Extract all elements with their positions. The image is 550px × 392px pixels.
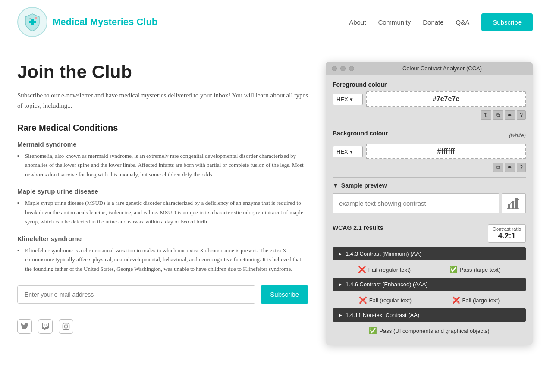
- wcag-nontext-result-label: Pass (UI components and graphical object…: [379, 328, 489, 334]
- contrast-ratio-label: Contrast ratio: [493, 226, 521, 232]
- nav-community[interactable]: Community: [378, 19, 411, 26]
- cca-title: Colour Contrast Analyser (CCA): [358, 65, 527, 72]
- background-format: HEX: [336, 148, 348, 155]
- foreground-dropdown-icon: ▾: [350, 96, 353, 103]
- foreground-eyedropper-btn[interactable]: ✒: [505, 110, 515, 120]
- svg-point-5: [64, 325, 68, 328]
- condition-klinefelter: Klinefelter syndrome Klinefelter syndrom…: [17, 235, 308, 273]
- divider-3: [333, 220, 526, 220]
- wcag-aa-regular-result: ❌ Fail (regular text): [358, 266, 411, 273]
- page-title: Join the Club: [17, 62, 308, 82]
- twitter-icon[interactable]: [17, 319, 32, 334]
- email-input[interactable]: [17, 285, 255, 304]
- wcag-aa-label: 1.4.3 Contrast (Minimum) (AA): [346, 251, 421, 257]
- background-color-row: HEX ▾: [333, 144, 526, 159]
- sample-preview-label: ▼ Sample preview: [333, 182, 526, 189]
- foreground-help-btn[interactable]: ?: [517, 110, 526, 120]
- foreground-format: HEX: [336, 96, 348, 103]
- divider-1: [333, 125, 526, 125]
- traffic-light-min[interactable]: [340, 66, 346, 71]
- wcag-nontext-arrow: ▶: [339, 313, 342, 317]
- sample-preview-row: example text showing contrast: [333, 193, 526, 213]
- wcag-item-aaa[interactable]: ▶ 1.4.6 Contrast (Enhanced) (AAA): [333, 278, 526, 291]
- wcag-aaa-label: 1.4.6 Contrast (Enhanced) (AAA): [346, 281, 428, 288]
- background-tools: ⧉ ✒ ?: [333, 163, 526, 172]
- contrast-ratio-value: 4.2:1: [493, 232, 521, 241]
- foreground-swap-btn[interactable]: ⇅: [481, 110, 491, 120]
- pass-icon-2: ✅: [369, 327, 377, 335]
- wcag-results-header: WCAG 2.1 results Contrast ratio 4.2:1: [333, 224, 526, 243]
- background-help-btn[interactable]: ?: [517, 163, 526, 172]
- left-column: Join the Club Subscribe to our e-newslet…: [17, 62, 308, 334]
- foreground-value-input[interactable]: [366, 91, 526, 107]
- wcag-item-aa[interactable]: ▶ 1.4.3 Contrast (Minimum) (AA): [333, 247, 526, 260]
- condition-title-2: Maple syrup urine disease: [17, 188, 308, 195]
- wcag-aaa-results: ❌ Fail (regular text) ❌ Fail (large text…: [333, 293, 526, 308]
- foreground-format-select[interactable]: HEX ▾: [333, 94, 363, 105]
- nav-qa[interactable]: Q&A: [456, 19, 470, 26]
- condition-desc-1: Sirenomelia, also known as mermaid syndr…: [17, 151, 308, 179]
- foreground-color-row: HEX ▾: [333, 91, 526, 107]
- intro-text: Subscribe to our e-newsletter and have m…: [17, 90, 308, 111]
- condition-title-3: Klinefelter syndrome: [17, 235, 308, 242]
- cca-panel-container: Colour Contrast Analyser (CCA) Foregroun…: [326, 62, 533, 345]
- wcag-aa-regular-label: Fail (regular text): [368, 267, 411, 273]
- background-format-select[interactable]: HEX ▾: [333, 146, 363, 157]
- wcag-nontext-results: ✅ Pass (UI components and graphical obje…: [333, 323, 526, 339]
- condition-mermaid: Mermaid syndrome Sirenomelia, also known…: [17, 141, 308, 179]
- svg-point-2: [35, 17, 37, 19]
- condition-desc-2: Maple syrup urine disease (MSUD) is a ra…: [17, 198, 308, 226]
- background-eyedropper-btn[interactable]: ✒: [505, 163, 515, 172]
- cca-panel: Colour Contrast Analyser (CCA) Foregroun…: [326, 62, 533, 345]
- cca-body: Foreground colour HEX ▾ ⇅ ⧉ ✒ ?: [326, 75, 533, 345]
- traffic-light-close[interactable]: [332, 66, 337, 71]
- background-label: Background colour: [333, 130, 388, 137]
- fail-icon-2: ❌: [359, 296, 367, 304]
- foreground-label: Foreground colour: [333, 81, 526, 88]
- wcag-label: WCAG 2.1 results: [333, 224, 383, 231]
- foreground-tools: ⇅ ⧉ ✒ ?: [333, 110, 526, 120]
- nav-donate[interactable]: Donate: [423, 19, 443, 26]
- svg-rect-4: [63, 323, 69, 329]
- traffic-light-max[interactable]: [349, 66, 354, 71]
- background-label-row: Background colour (white): [333, 130, 526, 140]
- brand-name: Medical Mysteries Club: [53, 16, 157, 28]
- wcag-aaa-large-label: Fail (large text): [462, 297, 500, 304]
- wcag-nontext-label: 1.4.11 Non-text Contrast (AA): [346, 312, 419, 318]
- wcag-aaa-arrow: ▶: [339, 282, 342, 287]
- background-white-label: (white): [509, 132, 526, 138]
- sample-text-box: example text showing contrast: [333, 193, 499, 213]
- section-title: Rare Medical Conditions: [17, 123, 308, 133]
- navbar: Medical Mysteries Club About Community D…: [0, 0, 550, 44]
- wcag-aa-results: ❌ Fail (regular text) ✅ Pass (large text…: [333, 262, 526, 278]
- foreground-sliders-btn[interactable]: ⧉: [493, 110, 503, 120]
- condition-desc-3: Klinefelter syndrome is a chromosomal va…: [17, 246, 308, 273]
- twitch-icon[interactable]: [38, 319, 53, 334]
- background-sliders-btn[interactable]: ⧉: [493, 163, 503, 172]
- wcag-aa-large-result: ✅ Pass (large text): [449, 266, 501, 273]
- wcag-aaa-regular-result: ❌ Fail (regular text): [359, 296, 412, 304]
- wcag-aa-large-label: Pass (large text): [460, 267, 501, 273]
- triangle-icon: ▼: [333, 182, 339, 189]
- contrast-ratio-box: Contrast ratio 4.2:1: [488, 224, 526, 243]
- background-value-input[interactable]: [366, 144, 526, 159]
- wcag-nontext-result: ✅ Pass (UI components and graphical obje…: [369, 327, 489, 335]
- background-dropdown-icon: ▾: [350, 148, 353, 155]
- social-icons: [17, 319, 308, 334]
- wcag-aaa-large-result: ❌ Fail (large text): [452, 296, 500, 304]
- wcag-aaa-regular-label: Fail (regular text): [369, 297, 412, 304]
- subscribe-button[interactable]: Subscribe: [261, 285, 308, 304]
- wcag-aa-arrow: ▶: [339, 251, 342, 256]
- nav-about[interactable]: About: [349, 19, 366, 26]
- wcag-item-nontext[interactable]: ▶ 1.4.11 Non-text Contrast (AA): [333, 308, 526, 322]
- chart-icon: [507, 197, 521, 210]
- condition-maple: Maple syrup urine disease Maple syrup ur…: [17, 188, 308, 226]
- pass-icon-1: ✅: [449, 266, 458, 273]
- sample-preview-text: Sample preview: [341, 182, 387, 189]
- brand: Medical Mysteries Club: [17, 7, 157, 37]
- fail-icon-1: ❌: [358, 266, 366, 273]
- nav-subscribe-button[interactable]: Subscribe: [481, 13, 533, 31]
- svg-point-6: [67, 324, 68, 325]
- main-content: Join the Club Subscribe to our e-newslet…: [0, 44, 550, 362]
- instagram-icon[interactable]: [59, 319, 73, 334]
